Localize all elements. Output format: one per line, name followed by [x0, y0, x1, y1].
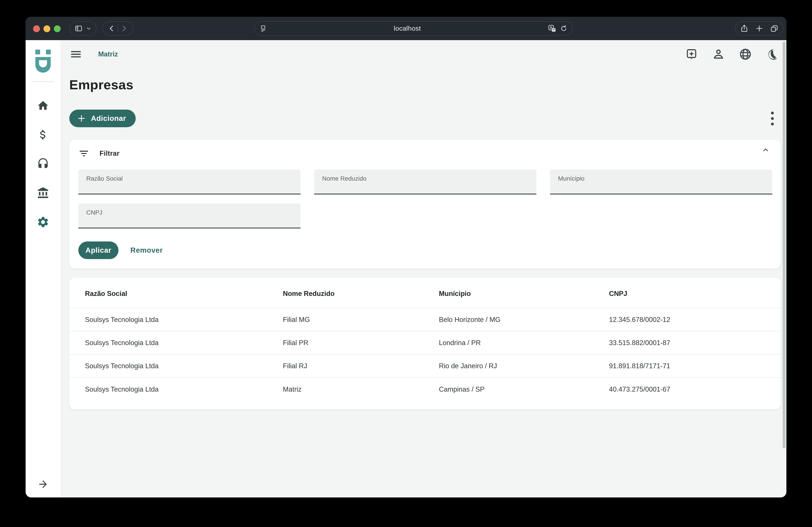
cell-razao-social: Soulsys Tecnologia Ltda [85, 339, 283, 347]
header-actions [685, 48, 779, 61]
cell-municipio: Campinas / SP [439, 386, 609, 393]
cell-razao-social: Soulsys Tecnologia Ltda [85, 386, 283, 393]
window-controls [33, 25, 61, 32]
filter-card: Filtrar Razão Social Nome Reduzido Muníc… [69, 140, 781, 269]
sidebar-item-home[interactable] [37, 99, 49, 112]
nav-buttons-group [102, 21, 133, 36]
cell-municipio: Rio de Janeiro / RJ [439, 362, 609, 370]
razao-social-input[interactable] [78, 169, 301, 194]
col-header-razao-social: Razão Social [85, 290, 283, 298]
address-bar[interactable]: localhost A * [254, 21, 573, 36]
cell-razao-social: Soulsys Tecnologia Ltda [85, 316, 283, 324]
companies-table-card: Razão Social Nome Reduzido Munícipio CNP… [69, 278, 781, 409]
cell-nome-reduzido: Filial MG [283, 316, 439, 324]
nav-divider [118, 25, 118, 32]
table-row[interactable]: Soulsys Tecnologia Ltda Matriz Campinas … [69, 378, 781, 401]
cell-cnpj: 40.473.275/0001-67 [609, 386, 772, 393]
nome-reduzido-input[interactable] [314, 169, 536, 194]
col-header-cnpj: CNPJ [609, 290, 772, 298]
page-scrollbar[interactable] [783, 42, 785, 448]
dark-mode-moon-icon[interactable] [766, 48, 779, 61]
cell-nome-reduzido: Filial PR [283, 339, 439, 347]
sidebar-expand-arrow-icon[interactable] [37, 478, 49, 491]
soulsys-logo[interactable] [32, 50, 54, 73]
filter-header: Filtrar [78, 148, 772, 159]
language-globe-icon[interactable] [739, 48, 752, 61]
chevron-down-icon[interactable] [86, 26, 91, 31]
filter-actions: Aplicar Remover [78, 241, 163, 259]
sidebar-toggle-group[interactable] [70, 21, 97, 36]
cell-nome-reduzido: Matriz [283, 386, 439, 393]
add-company-button-label: Adicionar [91, 114, 126, 123]
breadcrumb[interactable]: Matriz [98, 48, 118, 61]
more-options-kebab-icon[interactable] [766, 109, 779, 127]
cell-cnpj: 12.345.678/0002-12 [609, 316, 772, 324]
app-sidebar [26, 40, 60, 497]
filter-fields-row-1: Razão Social Nome Reduzido Munícipio [78, 169, 772, 195]
main-content: Matriz [60, 40, 786, 497]
filter-icon [78, 148, 89, 159]
sidebar-item-finance[interactable] [37, 128, 49, 141]
sidebar-nav [37, 99, 49, 228]
nome-reduzido-field[interactable]: Nome Reduzido [314, 169, 536, 195]
whats-new-icon[interactable] [685, 48, 698, 61]
zoom-window-button[interactable] [54, 25, 61, 32]
cell-cnpj: 91.891.818/7171-71 [609, 362, 772, 370]
toolbar-right-group [735, 21, 783, 36]
cnpj-field[interactable]: CNPJ [78, 203, 301, 228]
municipio-input[interactable] [550, 169, 772, 194]
minimize-window-button[interactable] [43, 25, 50, 32]
cell-cnpj: 33.515.882/0001-87 [609, 339, 772, 347]
table-row[interactable]: Soulsys Tecnologia Ltda Filial RJ Rio de… [69, 355, 781, 378]
sidebar-divider [33, 81, 54, 82]
apply-filter-button[interactable]: Aplicar [78, 241, 118, 259]
cell-municipio: Belo Horizonte / MG [439, 316, 609, 324]
sidebar-item-settings-active[interactable] [37, 216, 49, 228]
cell-razao-social: Soulsys Tecnologia Ltda [85, 362, 283, 370]
browser-window: localhost A * [26, 17, 786, 497]
cell-municipio: Londrina / PR [439, 339, 609, 347]
tab-overview-icon[interactable] [770, 24, 779, 33]
table-row[interactable]: Soulsys Tecnologia Ltda Filial MG Belo H… [69, 308, 781, 331]
sidebar-item-bank[interactable] [37, 186, 49, 199]
close-window-button[interactable] [33, 25, 40, 32]
back-button[interactable] [108, 25, 115, 32]
filter-title: Filtrar [100, 150, 120, 157]
user-account-icon[interactable] [712, 48, 725, 61]
url-text[interactable]: localhost [394, 25, 421, 32]
collapse-filter-chevron-up-icon[interactable] [760, 145, 771, 155]
table-row[interactable]: Soulsys Tecnologia Ltda Filial PR Londri… [69, 331, 781, 355]
plus-icon [77, 114, 86, 123]
razao-social-field[interactable]: Razão Social [78, 169, 301, 195]
col-header-municipio: Munícipio [439, 290, 609, 298]
sidebar-item-support[interactable] [37, 157, 49, 170]
municipio-field[interactable]: Munícipio [550, 169, 772, 195]
page-title: Empresas [69, 77, 133, 92]
add-company-button[interactable]: Adicionar [69, 109, 136, 127]
remove-filter-button[interactable]: Remover [130, 246, 163, 254]
sidebar-panel-icon[interactable] [74, 24, 83, 33]
translate-icon[interactable]: A * [548, 24, 556, 33]
forward-button[interactable] [120, 25, 128, 32]
filter-fields-row-2: CNPJ [78, 203, 772, 228]
table-header-row: Razão Social Nome Reduzido Munícipio CNP… [69, 278, 781, 308]
cell-nome-reduzido: Filial RJ [283, 362, 439, 370]
new-tab-icon[interactable] [755, 24, 764, 33]
reload-icon[interactable] [560, 25, 567, 32]
page-settings-icon[interactable] [260, 25, 267, 32]
share-icon[interactable] [740, 24, 749, 33]
cnpj-input[interactable] [78, 203, 301, 228]
browser-toolbar: localhost A * [26, 17, 786, 40]
svg-text:*: * [553, 28, 554, 32]
menu-hamburger-icon[interactable] [69, 48, 83, 61]
col-header-nome-reduzido: Nome Reduzido [283, 290, 439, 298]
